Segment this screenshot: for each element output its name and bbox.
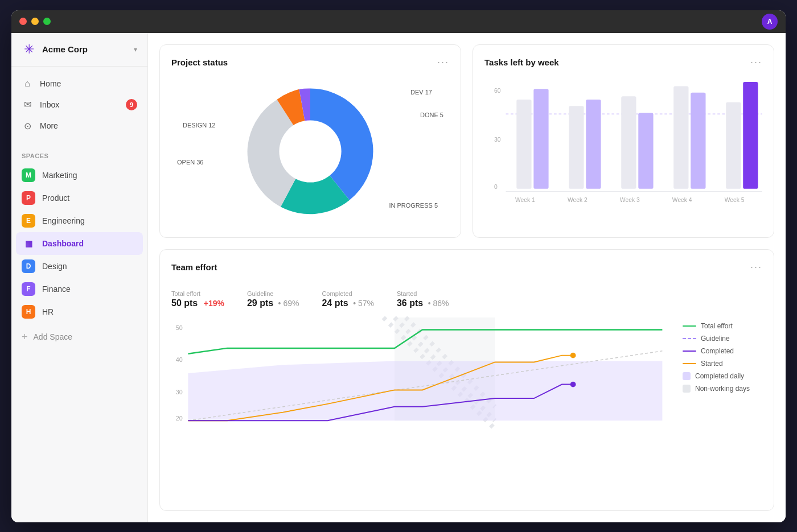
started-pct: • 86% bbox=[428, 299, 449, 308]
sidebar-item-engineering[interactable]: E Engineering bbox=[11, 209, 147, 232]
svg-rect-11 bbox=[673, 86, 688, 188]
close-button[interactable] bbox=[19, 18, 27, 25]
guideline-line bbox=[683, 338, 696, 339]
team-effort-more[interactable]: ··· bbox=[750, 261, 762, 273]
engineering-avatar: E bbox=[22, 214, 35, 228]
sidebar-item-marketing[interactable]: M Marketing bbox=[11, 164, 147, 187]
spaces-section-label: Spaces bbox=[11, 143, 147, 164]
stat-guideline: Guideline 29 pts • 69% bbox=[247, 290, 299, 308]
svg-rect-6 bbox=[533, 89, 548, 188]
started-value: 36 pts bbox=[397, 298, 423, 308]
svg-point-0 bbox=[279, 120, 341, 182]
pie-chart-svg bbox=[236, 77, 384, 225]
stat-completed: Completed 24 pts • 57% bbox=[322, 290, 374, 308]
tasks-by-week-title: Tasks left by week bbox=[484, 57, 559, 67]
legend-non-working-days-label: Non-working days bbox=[695, 385, 750, 393]
project-status-card: Project status ··· bbox=[159, 44, 461, 238]
app-window: A ✳ Acme Corp ▾ ⌂ Home ✉ Inbox 9 bbox=[11, 10, 786, 522]
add-space-button[interactable]: + Add Space bbox=[11, 325, 147, 349]
svg-text:Week 1: Week 1 bbox=[515, 197, 535, 203]
total-effort-label: Total effort bbox=[171, 290, 224, 297]
sidebar-item-design[interactable]: D Design bbox=[11, 255, 147, 278]
marketing-label: Marketing bbox=[42, 171, 77, 180]
minimize-button[interactable] bbox=[31, 18, 39, 25]
line-chart-legend: Total effort Guideline Completed St bbox=[683, 316, 762, 499]
legend-started: Started bbox=[683, 360, 762, 368]
svg-rect-10 bbox=[638, 113, 653, 188]
tasks-by-week-more[interactable]: ··· bbox=[750, 56, 762, 68]
done-label: DONE 5 bbox=[420, 112, 443, 118]
svg-rect-12 bbox=[691, 92, 705, 188]
stat-started: Started 36 pts • 86% bbox=[397, 290, 449, 308]
app-body: ✳ Acme Corp ▾ ⌂ Home ✉ Inbox 9 ⊙ More bbox=[11, 33, 786, 522]
sidebar-item-hr[interactable]: H HR bbox=[11, 300, 147, 323]
maximize-button[interactable] bbox=[43, 18, 51, 25]
sidebar-item-inbox[interactable]: ✉ Inbox 9 bbox=[11, 94, 147, 116]
finance-label: Finance bbox=[42, 284, 71, 294]
legend-completed-daily-label: Completed daily bbox=[695, 372, 744, 380]
home-icon: ⌂ bbox=[22, 79, 33, 89]
completed-pct: • 57% bbox=[353, 299, 374, 308]
legend-started-label: Started bbox=[701, 360, 723, 368]
spaces-list: M Marketing P Product E Engineering ▦ Da… bbox=[11, 164, 147, 323]
sidebar-item-product[interactable]: P Product bbox=[11, 187, 147, 209]
svg-text:0: 0 bbox=[494, 183, 498, 189]
legend-guideline: Guideline bbox=[683, 335, 762, 343]
stat-total-effort: Total effort 50 pts +19% bbox=[171, 290, 224, 308]
sidebar-item-more[interactable]: ⊙ More bbox=[11, 116, 147, 137]
total-effort-value: 50 pts bbox=[171, 298, 198, 308]
svg-text:Week 3: Week 3 bbox=[620, 197, 640, 203]
line-chart-svg: 50 40 30 20 bbox=[171, 316, 673, 430]
sidebar-header[interactable]: ✳ Acme Corp ▾ bbox=[11, 33, 147, 67]
legend-completed-label: Completed bbox=[701, 347, 734, 355]
completed-label: Completed bbox=[322, 290, 374, 297]
total-effort-change: +19% bbox=[204, 299, 224, 308]
guideline-label: Guideline bbox=[247, 290, 299, 297]
svg-rect-13 bbox=[726, 102, 741, 188]
team-effort-card: Team effort ··· Total effort 50 pts +19%… bbox=[159, 249, 774, 511]
sidebar: ✳ Acme Corp ▾ ⌂ Home ✉ Inbox 9 ⊙ More bbox=[11, 33, 148, 522]
started-line bbox=[683, 363, 696, 364]
svg-text:30: 30 bbox=[176, 389, 183, 395]
team-effort-header: Team effort ··· bbox=[171, 261, 762, 273]
project-status-header: Project status ··· bbox=[171, 56, 449, 68]
project-status-title: Project status bbox=[171, 57, 228, 67]
completed-line bbox=[683, 350, 696, 352]
inbox-icon: ✉ bbox=[22, 99, 33, 110]
sidebar-item-home[interactable]: ⌂ Home bbox=[11, 73, 147, 94]
svg-rect-8 bbox=[586, 99, 601, 188]
line-chart-area: 50 40 30 20 bbox=[171, 316, 673, 499]
finance-avatar: F bbox=[22, 282, 35, 296]
svg-text:50: 50 bbox=[176, 324, 183, 331]
svg-text:Week 4: Week 4 bbox=[672, 197, 692, 203]
legend-completed: Completed bbox=[683, 347, 762, 355]
add-icon: + bbox=[22, 331, 28, 343]
project-status-more[interactable]: ··· bbox=[437, 56, 449, 68]
more-icon: ⊙ bbox=[22, 121, 33, 131]
open-label: OPEN 36 bbox=[177, 159, 203, 166]
sidebar-item-dashboard[interactable]: ▦ Dashboard bbox=[16, 232, 143, 255]
total-effort-line bbox=[683, 325, 696, 327]
charts-row: Project status ··· bbox=[159, 44, 774, 238]
svg-rect-14 bbox=[743, 82, 758, 189]
svg-text:30: 30 bbox=[494, 137, 501, 143]
effort-stats: Total effort 50 pts +19% Guideline 29 pt… bbox=[171, 290, 762, 308]
sidebar-item-finance[interactable]: F Finance bbox=[11, 278, 147, 300]
hr-label: HR bbox=[42, 307, 54, 316]
svg-text:Week 5: Week 5 bbox=[725, 197, 745, 203]
pie-chart-container: DEV 17 DONE 5 IN PROGRESS 5 OPEN 36 DESI bbox=[171, 77, 449, 226]
svg-point-32 bbox=[570, 381, 576, 387]
user-avatar[interactable]: A bbox=[762, 14, 778, 30]
tasks-by-week-card: Tasks left by week ··· 60 30 0 bbox=[473, 44, 774, 238]
title-bar: A bbox=[11, 10, 786, 33]
dev-label: DEV 17 bbox=[410, 89, 432, 96]
svg-point-31 bbox=[570, 352, 576, 358]
company-name: Acme Corp bbox=[42, 44, 128, 54]
guideline-pct: • 69% bbox=[278, 299, 299, 308]
traffic-lights bbox=[19, 18, 51, 25]
design-label: Design bbox=[42, 262, 67, 271]
inbox-badge: 9 bbox=[126, 99, 137, 110]
legend-completed-daily: Completed daily bbox=[683, 372, 762, 380]
add-space-label: Add Space bbox=[34, 332, 73, 341]
legend-total-effort-label: Total effort bbox=[701, 322, 733, 330]
